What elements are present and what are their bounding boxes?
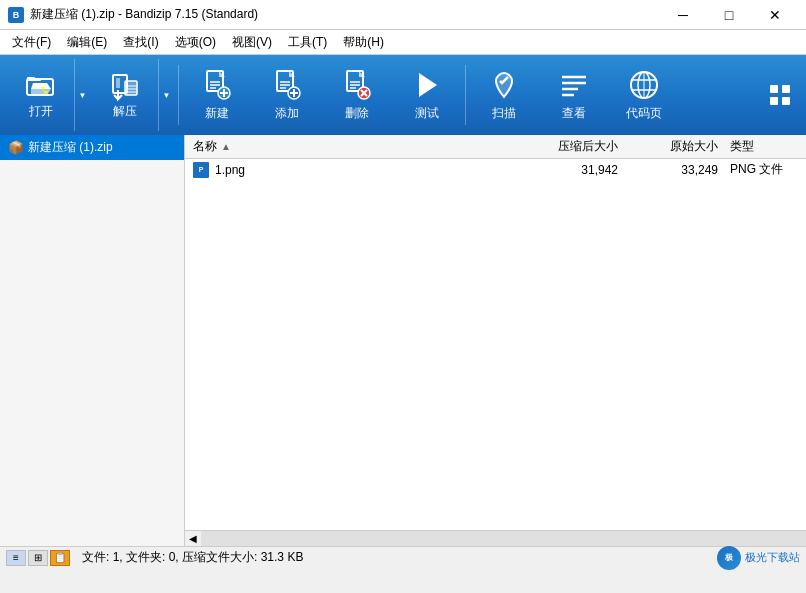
view-label: 查看 bbox=[562, 105, 586, 122]
scan-button[interactable]: 扫描 bbox=[470, 59, 538, 131]
menu-edit[interactable]: 编辑(E) bbox=[59, 30, 115, 54]
minimize-button[interactable]: ─ bbox=[660, 0, 706, 30]
original-size-cell: 33,249 bbox=[626, 163, 726, 177]
menu-find[interactable]: 查找(I) bbox=[115, 30, 166, 54]
svg-rect-39 bbox=[770, 85, 778, 93]
extract-label: 解压 bbox=[113, 103, 137, 120]
separator-1 bbox=[178, 65, 179, 125]
status-list-view[interactable]: ≡ bbox=[6, 550, 26, 566]
test-icon bbox=[411, 69, 443, 101]
delete-label: 删除 bbox=[345, 105, 369, 122]
file-icon: P bbox=[193, 162, 209, 178]
open-btn-content: 打开 bbox=[8, 59, 74, 131]
status-detail-view[interactable]: ⊞ bbox=[28, 550, 48, 566]
separator-2 bbox=[465, 65, 466, 125]
codepage-button[interactable]: 代码页 bbox=[610, 59, 678, 131]
open-button[interactable]: 打开 ▼ bbox=[8, 59, 90, 131]
menu-view[interactable]: 视图(V) bbox=[224, 30, 280, 54]
status-icons: ≡ ⊞ 📋 bbox=[6, 550, 70, 566]
codepage-label: 代码页 bbox=[626, 105, 662, 122]
extract-btn-content: 解压 bbox=[92, 71, 158, 120]
file-name-cell: P 1.png bbox=[185, 162, 506, 178]
svg-rect-41 bbox=[770, 97, 778, 105]
title-bar: B 新建压缩 (1).zip - Bandizip 7.15 (Standard… bbox=[0, 0, 806, 30]
col-name-header[interactable]: 名称 ▲ bbox=[185, 138, 506, 155]
extract-icon bbox=[109, 71, 141, 103]
svg-rect-4 bbox=[125, 81, 137, 95]
svg-marker-29 bbox=[419, 73, 437, 97]
scroll-left-button[interactable]: ◀ bbox=[185, 531, 201, 547]
menu-bar: 文件(F) 编辑(E) 查找(I) 选项(O) 视图(V) 工具(T) 帮助(H… bbox=[0, 30, 806, 55]
open-label: 打开 bbox=[29, 103, 53, 120]
compressed-size-cell: 31,942 bbox=[506, 163, 626, 177]
grid-button[interactable] bbox=[762, 77, 798, 113]
content-area: 名称 ▲ 压缩后大小 原始大小 类型 P 1.png 31,942 33,249… bbox=[185, 135, 806, 546]
col-type-header[interactable]: 类型 bbox=[726, 138, 806, 155]
maximize-button[interactable]: □ bbox=[706, 0, 752, 30]
scan-icon bbox=[488, 69, 520, 101]
view-icon bbox=[558, 69, 590, 101]
watermark-logo: 极 bbox=[717, 546, 741, 570]
open-dropdown-arrow[interactable]: ▼ bbox=[74, 59, 90, 131]
add-label: 添加 bbox=[275, 105, 299, 122]
file-list: P 1.png 31,942 33,249 PNG 文件 bbox=[185, 159, 806, 530]
add-icon bbox=[271, 69, 303, 101]
window-title: 新建压缩 (1).zip - Bandizip 7.15 (Standard) bbox=[30, 6, 660, 23]
main-area: 📦 新建压缩 (1).zip 名称 ▲ 压缩后大小 原始大小 类型 P 1.pn… bbox=[0, 135, 806, 546]
col-compressed-header[interactable]: 压缩后大小 bbox=[506, 138, 626, 155]
zip-folder-icon: 📦 bbox=[8, 140, 24, 155]
type-cell: PNG 文件 bbox=[726, 161, 806, 178]
sort-icon: ▲ bbox=[221, 141, 231, 152]
test-button[interactable]: 测试 bbox=[393, 59, 461, 131]
open-icon bbox=[25, 71, 57, 103]
horizontal-scrollbar[interactable]: ◀ bbox=[185, 530, 806, 546]
column-headers: 名称 ▲ 压缩后大小 原始大小 类型 bbox=[185, 135, 806, 159]
new-icon bbox=[201, 69, 233, 101]
extract-dropdown-arrow[interactable]: ▼ bbox=[158, 59, 174, 131]
delete-icon bbox=[341, 69, 373, 101]
menu-options[interactable]: 选项(O) bbox=[167, 30, 224, 54]
extract-button[interactable]: 解压 ▼ bbox=[92, 59, 174, 131]
svg-rect-42 bbox=[782, 97, 790, 105]
sidebar-item-zip[interactable]: 📦 新建压缩 (1).zip bbox=[0, 135, 184, 160]
delete-button[interactable]: 删除 bbox=[323, 59, 391, 131]
app-icon: B bbox=[8, 7, 24, 23]
scroll-track[interactable] bbox=[201, 531, 806, 547]
sidebar: 📦 新建压缩 (1).zip bbox=[0, 135, 185, 546]
test-label: 测试 bbox=[415, 105, 439, 122]
png-icon: P bbox=[193, 162, 209, 178]
toolbar: 打开 ▼ 解压 ▼ bbox=[0, 55, 806, 135]
sidebar-item-label: 新建压缩 (1).zip bbox=[28, 139, 113, 156]
window-controls: ─ □ ✕ bbox=[660, 0, 798, 30]
codepage-icon bbox=[628, 69, 660, 101]
status-text: 文件: 1, 文件夹: 0, 压缩文件大小: 31.3 KB bbox=[82, 549, 709, 566]
svg-rect-40 bbox=[782, 85, 790, 93]
scan-label: 扫描 bbox=[492, 105, 516, 122]
menu-help[interactable]: 帮助(H) bbox=[335, 30, 392, 54]
menu-file[interactable]: 文件(F) bbox=[4, 30, 59, 54]
grid-icon bbox=[769, 84, 791, 106]
table-row[interactable]: P 1.png 31,942 33,249 PNG 文件 bbox=[185, 159, 806, 181]
file-name-text: 1.png bbox=[215, 163, 245, 177]
add-button[interactable]: 添加 bbox=[253, 59, 321, 131]
close-button[interactable]: ✕ bbox=[752, 0, 798, 30]
status-bar: ≡ ⊞ 📋 文件: 1, 文件夹: 0, 压缩文件大小: 31.3 KB 极 极… bbox=[0, 546, 806, 568]
view-button[interactable]: 查看 bbox=[540, 59, 608, 131]
status-compact-view[interactable]: 📋 bbox=[50, 550, 70, 566]
col-original-header[interactable]: 原始大小 bbox=[626, 138, 726, 155]
new-label: 新建 bbox=[205, 105, 229, 122]
watermark-text: 极光下载站 bbox=[745, 550, 800, 565]
menu-tools[interactable]: 工具(T) bbox=[280, 30, 335, 54]
watermark: 极 极光下载站 bbox=[717, 546, 800, 570]
new-button[interactable]: 新建 bbox=[183, 59, 251, 131]
